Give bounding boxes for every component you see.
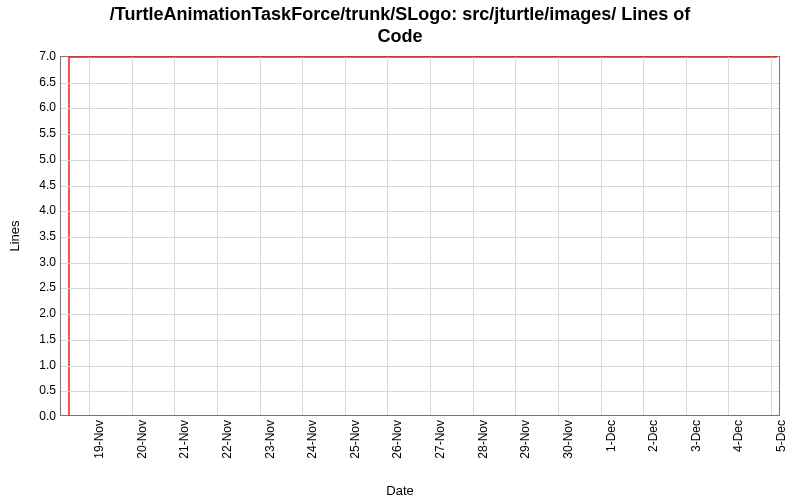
gridline-v xyxy=(132,57,133,415)
y-tick-label: 3.5 xyxy=(6,229,56,243)
x-tick-label: 20-Nov xyxy=(135,420,149,459)
gridline-v xyxy=(771,57,772,415)
y-tick-label: 4.0 xyxy=(6,203,56,217)
gridline-v xyxy=(643,57,644,415)
gridline-h xyxy=(61,108,779,109)
gridline-h xyxy=(61,366,779,367)
gridline-v xyxy=(558,57,559,415)
gridline-h xyxy=(61,314,779,315)
gridline-h xyxy=(61,288,779,289)
gridline-v xyxy=(89,57,90,415)
y-tick-label: 5.0 xyxy=(6,152,56,166)
y-tick-label: 6.0 xyxy=(6,100,56,114)
gridline-v xyxy=(345,57,346,415)
y-tick-label: 4.5 xyxy=(6,178,56,192)
gridline-v xyxy=(430,57,431,415)
y-tick-label: 2.5 xyxy=(6,280,56,294)
y-tick-label: 1.5 xyxy=(6,332,56,346)
x-tick-label: 24-Nov xyxy=(305,420,319,459)
x-tick-label: 2-Dec xyxy=(646,420,660,452)
gridline-h xyxy=(61,263,779,264)
gridline-h xyxy=(61,134,779,135)
chart: /TurtleAnimationTaskForce/trunk/SLogo: s… xyxy=(0,0,800,500)
gridline-h xyxy=(61,160,779,161)
gridline-v xyxy=(601,57,602,415)
gridline-h xyxy=(61,83,779,84)
x-tick-label: 3-Dec xyxy=(689,420,703,452)
gridline-h xyxy=(61,237,779,238)
y-tick-label: 5.5 xyxy=(6,126,56,140)
x-tick-label: 4-Dec xyxy=(731,420,745,452)
gridline-v xyxy=(728,57,729,415)
x-tick-label: 19-Nov xyxy=(92,420,106,459)
chart-title: /TurtleAnimationTaskForce/trunk/SLogo: s… xyxy=(0,4,800,47)
gridline-v xyxy=(686,57,687,415)
x-tick-label: 5-Dec xyxy=(774,420,788,452)
y-tick-label: 1.0 xyxy=(6,358,56,372)
y-tick-label: 6.5 xyxy=(6,75,56,89)
y-tick-label: 0.5 xyxy=(6,383,56,397)
gridline-h xyxy=(61,186,779,187)
x-tick-label: 21-Nov xyxy=(177,420,191,459)
series-line xyxy=(61,57,779,415)
chart-title-line1: /TurtleAnimationTaskForce/trunk/SLogo: s… xyxy=(110,4,690,24)
gridline-v xyxy=(174,57,175,415)
x-tick-label: 28-Nov xyxy=(476,420,490,459)
gridline-h xyxy=(61,391,779,392)
y-tick-label: 3.0 xyxy=(6,255,56,269)
gridline-h xyxy=(61,340,779,341)
x-tick-label: 30-Nov xyxy=(561,420,575,459)
y-tick-label: 0.0 xyxy=(6,409,56,423)
x-tick-label: 25-Nov xyxy=(348,420,362,459)
y-tick-label: 2.0 xyxy=(6,306,56,320)
x-tick-label: 22-Nov xyxy=(220,420,234,459)
y-tick-label: 7.0 xyxy=(6,49,56,63)
x-axis-label: Date xyxy=(0,483,800,498)
x-tick-label: 23-Nov xyxy=(263,420,277,459)
chart-title-line2: Code xyxy=(378,26,423,46)
plot-area xyxy=(60,56,780,416)
x-tick-label: 1-Dec xyxy=(604,420,618,452)
x-tick-label: 26-Nov xyxy=(390,420,404,459)
gridline-v xyxy=(302,57,303,415)
gridline-v xyxy=(217,57,218,415)
x-tick-label: 27-Nov xyxy=(433,420,447,459)
gridline-v xyxy=(473,57,474,415)
gridline-h xyxy=(61,211,779,212)
gridline-v xyxy=(515,57,516,415)
gridline-v xyxy=(260,57,261,415)
gridline-v xyxy=(387,57,388,415)
x-tick-label: 29-Nov xyxy=(518,420,532,459)
